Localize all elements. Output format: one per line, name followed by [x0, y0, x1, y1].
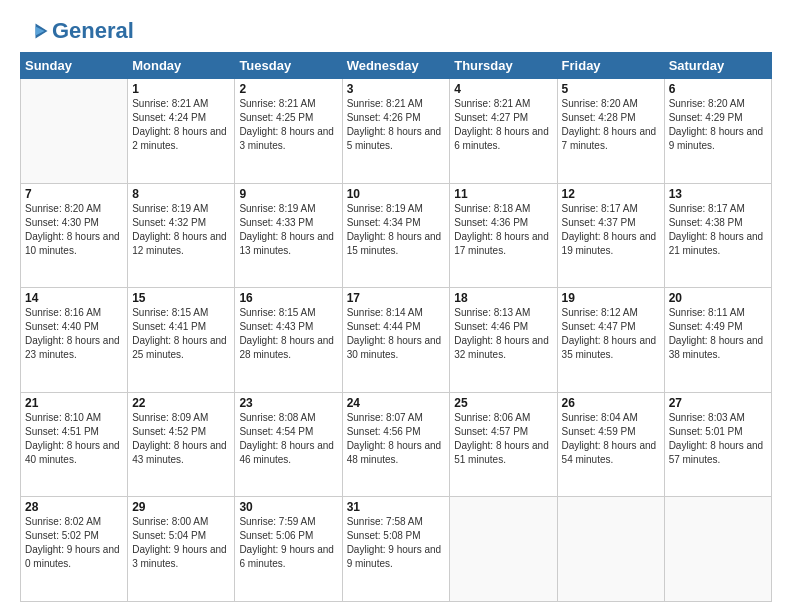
day-info: Sunrise: 8:04 AMSunset: 4:59 PMDaylight:…: [562, 411, 660, 467]
calendar-cell: 31 Sunrise: 7:58 AMSunset: 5:08 PMDaylig…: [342, 497, 450, 602]
day-number: 21: [25, 396, 123, 410]
day-number: 18: [454, 291, 552, 305]
day-info: Sunrise: 8:16 AMSunset: 4:40 PMDaylight:…: [25, 306, 123, 362]
calendar-cell: 7 Sunrise: 8:20 AMSunset: 4:30 PMDayligh…: [21, 183, 128, 288]
day-info: Sunrise: 8:21 AMSunset: 4:24 PMDaylight:…: [132, 97, 230, 153]
calendar-cell: 16 Sunrise: 8:15 AMSunset: 4:43 PMDaylig…: [235, 288, 342, 393]
calendar-cell: 14 Sunrise: 8:16 AMSunset: 4:40 PMDaylig…: [21, 288, 128, 393]
calendar-header-row: SundayMondayTuesdayWednesdayThursdayFrid…: [21, 53, 772, 79]
day-number: 10: [347, 187, 446, 201]
calendar-cell: 13 Sunrise: 8:17 AMSunset: 4:38 PMDaylig…: [664, 183, 771, 288]
day-number: 13: [669, 187, 767, 201]
calendar-cell: 17 Sunrise: 8:14 AMSunset: 4:44 PMDaylig…: [342, 288, 450, 393]
day-number: 16: [239, 291, 337, 305]
day-info: Sunrise: 8:15 AMSunset: 4:43 PMDaylight:…: [239, 306, 337, 362]
day-number: 28: [25, 500, 123, 514]
day-info: Sunrise: 8:17 AMSunset: 4:38 PMDaylight:…: [669, 202, 767, 258]
day-number: 7: [25, 187, 123, 201]
day-info: Sunrise: 8:14 AMSunset: 4:44 PMDaylight:…: [347, 306, 446, 362]
day-info: Sunrise: 8:20 AMSunset: 4:28 PMDaylight:…: [562, 97, 660, 153]
week-row-4: 28 Sunrise: 8:02 AMSunset: 5:02 PMDaylig…: [21, 497, 772, 602]
logo-text: General: [52, 18, 134, 44]
calendar-cell: 19 Sunrise: 8:12 AMSunset: 4:47 PMDaylig…: [557, 288, 664, 393]
day-number: 8: [132, 187, 230, 201]
day-number: 12: [562, 187, 660, 201]
calendar-cell: 11 Sunrise: 8:18 AMSunset: 4:36 PMDaylig…: [450, 183, 557, 288]
calendar-cell: [664, 497, 771, 602]
week-row-3: 21 Sunrise: 8:10 AMSunset: 4:51 PMDaylig…: [21, 392, 772, 497]
day-info: Sunrise: 8:21 AMSunset: 4:25 PMDaylight:…: [239, 97, 337, 153]
day-number: 22: [132, 396, 230, 410]
day-number: 19: [562, 291, 660, 305]
day-number: 15: [132, 291, 230, 305]
day-number: 23: [239, 396, 337, 410]
day-number: 4: [454, 82, 552, 96]
day-number: 9: [239, 187, 337, 201]
day-info: Sunrise: 8:19 AMSunset: 4:33 PMDaylight:…: [239, 202, 337, 258]
day-info: Sunrise: 8:17 AMSunset: 4:37 PMDaylight:…: [562, 202, 660, 258]
day-info: Sunrise: 8:18 AMSunset: 4:36 PMDaylight:…: [454, 202, 552, 258]
calendar-cell: 9 Sunrise: 8:19 AMSunset: 4:33 PMDayligh…: [235, 183, 342, 288]
calendar-cell: 27 Sunrise: 8:03 AMSunset: 5:01 PMDaylig…: [664, 392, 771, 497]
day-number: 11: [454, 187, 552, 201]
col-header-wednesday: Wednesday: [342, 53, 450, 79]
col-header-thursday: Thursday: [450, 53, 557, 79]
col-header-saturday: Saturday: [664, 53, 771, 79]
day-number: 1: [132, 82, 230, 96]
calendar-cell: 29 Sunrise: 8:00 AMSunset: 5:04 PMDaylig…: [128, 497, 235, 602]
day-number: 31: [347, 500, 446, 514]
logo: General: [20, 18, 134, 44]
day-number: 3: [347, 82, 446, 96]
day-info: Sunrise: 8:19 AMSunset: 4:34 PMDaylight:…: [347, 202, 446, 258]
calendar-cell: 21 Sunrise: 8:10 AMSunset: 4:51 PMDaylig…: [21, 392, 128, 497]
day-number: 26: [562, 396, 660, 410]
calendar-cell: 28 Sunrise: 8:02 AMSunset: 5:02 PMDaylig…: [21, 497, 128, 602]
week-row-1: 7 Sunrise: 8:20 AMSunset: 4:30 PMDayligh…: [21, 183, 772, 288]
calendar-cell: [450, 497, 557, 602]
day-info: Sunrise: 8:03 AMSunset: 5:01 PMDaylight:…: [669, 411, 767, 467]
day-info: Sunrise: 8:07 AMSunset: 4:56 PMDaylight:…: [347, 411, 446, 467]
calendar-cell: 1 Sunrise: 8:21 AMSunset: 4:24 PMDayligh…: [128, 79, 235, 184]
calendar-cell: [557, 497, 664, 602]
col-header-friday: Friday: [557, 53, 664, 79]
day-info: Sunrise: 8:00 AMSunset: 5:04 PMDaylight:…: [132, 515, 230, 571]
day-info: Sunrise: 8:13 AMSunset: 4:46 PMDaylight:…: [454, 306, 552, 362]
day-number: 29: [132, 500, 230, 514]
day-info: Sunrise: 8:06 AMSunset: 4:57 PMDaylight:…: [454, 411, 552, 467]
day-number: 14: [25, 291, 123, 305]
day-info: Sunrise: 8:21 AMSunset: 4:26 PMDaylight:…: [347, 97, 446, 153]
calendar-cell: 30 Sunrise: 7:59 AMSunset: 5:06 PMDaylig…: [235, 497, 342, 602]
day-info: Sunrise: 8:21 AMSunset: 4:27 PMDaylight:…: [454, 97, 552, 153]
calendar-cell: 2 Sunrise: 8:21 AMSunset: 4:25 PMDayligh…: [235, 79, 342, 184]
day-number: 25: [454, 396, 552, 410]
day-info: Sunrise: 8:20 AMSunset: 4:29 PMDaylight:…: [669, 97, 767, 153]
week-row-0: 1 Sunrise: 8:21 AMSunset: 4:24 PMDayligh…: [21, 79, 772, 184]
day-number: 30: [239, 500, 337, 514]
calendar-cell: 6 Sunrise: 8:20 AMSunset: 4:29 PMDayligh…: [664, 79, 771, 184]
day-number: 20: [669, 291, 767, 305]
day-info: Sunrise: 8:10 AMSunset: 4:51 PMDaylight:…: [25, 411, 123, 467]
day-info: Sunrise: 8:19 AMSunset: 4:32 PMDaylight:…: [132, 202, 230, 258]
day-number: 6: [669, 82, 767, 96]
calendar-cell: 22 Sunrise: 8:09 AMSunset: 4:52 PMDaylig…: [128, 392, 235, 497]
calendar-cell: 3 Sunrise: 8:21 AMSunset: 4:26 PMDayligh…: [342, 79, 450, 184]
calendar-cell: 10 Sunrise: 8:19 AMSunset: 4:34 PMDaylig…: [342, 183, 450, 288]
day-number: 5: [562, 82, 660, 96]
calendar-cell: 5 Sunrise: 8:20 AMSunset: 4:28 PMDayligh…: [557, 79, 664, 184]
calendar-cell: 15 Sunrise: 8:15 AMSunset: 4:41 PMDaylig…: [128, 288, 235, 393]
day-number: 2: [239, 82, 337, 96]
calendar-cell: 12 Sunrise: 8:17 AMSunset: 4:37 PMDaylig…: [557, 183, 664, 288]
calendar-cell: 26 Sunrise: 8:04 AMSunset: 4:59 PMDaylig…: [557, 392, 664, 497]
calendar-cell: 8 Sunrise: 8:19 AMSunset: 4:32 PMDayligh…: [128, 183, 235, 288]
week-row-2: 14 Sunrise: 8:16 AMSunset: 4:40 PMDaylig…: [21, 288, 772, 393]
calendar-cell: 18 Sunrise: 8:13 AMSunset: 4:46 PMDaylig…: [450, 288, 557, 393]
calendar-table: SundayMondayTuesdayWednesdayThursdayFrid…: [20, 52, 772, 602]
calendar-cell: 25 Sunrise: 8:06 AMSunset: 4:57 PMDaylig…: [450, 392, 557, 497]
calendar-cell: 20 Sunrise: 8:11 AMSunset: 4:49 PMDaylig…: [664, 288, 771, 393]
col-header-tuesday: Tuesday: [235, 53, 342, 79]
day-info: Sunrise: 8:02 AMSunset: 5:02 PMDaylight:…: [25, 515, 123, 571]
day-info: Sunrise: 7:59 AMSunset: 5:06 PMDaylight:…: [239, 515, 337, 571]
col-header-sunday: Sunday: [21, 53, 128, 79]
page: General SundayMondayTuesdayWednesdayThur…: [0, 0, 792, 612]
day-info: Sunrise: 8:12 AMSunset: 4:47 PMDaylight:…: [562, 306, 660, 362]
